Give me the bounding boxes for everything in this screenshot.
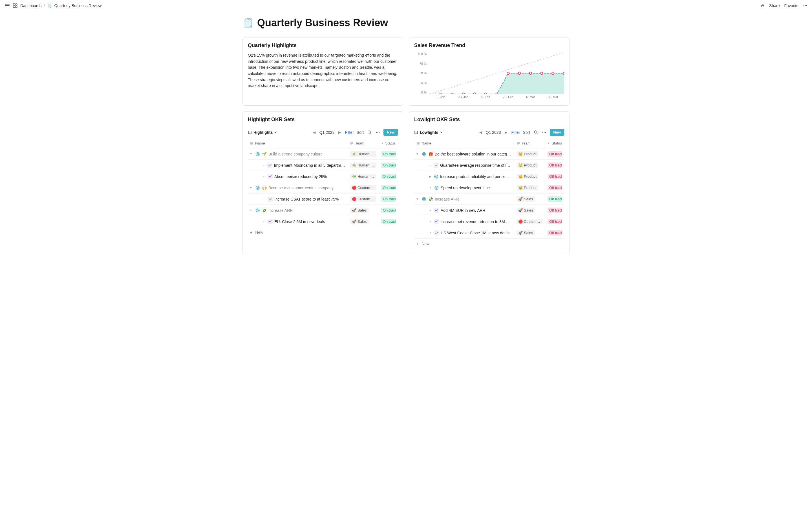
highlight-period[interactable]: Q1 2023	[319, 130, 335, 135]
toggle-icon[interactable]: ▼	[416, 152, 420, 155]
row-title: Add 4M EUR in new ARR	[441, 208, 485, 213]
team-badge: 👑Product	[517, 185, 538, 191]
table-row[interactable]: •Guarantee average response time of less…	[414, 160, 564, 171]
highlight-more-icon[interactable]	[375, 130, 381, 135]
team-emoji-icon: 👑	[518, 186, 523, 190]
table-row[interactable]: ▶Increase product reliability and perfor…	[414, 171, 564, 182]
lowlight-filter-btn[interactable]: Filter	[511, 130, 520, 135]
highlight-view-selector[interactable]: Highlights	[248, 130, 277, 135]
svg-point-45	[545, 132, 546, 133]
row-title: Implement Mooncamp in all 5 departments	[274, 163, 345, 168]
toggle-icon[interactable]: ▼	[416, 197, 420, 200]
row-title: Increase CSAT score to at least 75%	[274, 197, 338, 201]
team-emoji-icon: 🚀	[352, 220, 357, 224]
team-name: Sales	[524, 208, 533, 212]
svg-point-6	[805, 5, 806, 6]
lowlight-col-status[interactable]: Status	[545, 138, 564, 148]
svg-point-58	[422, 197, 426, 201]
chart-x-tick: 6. Mar	[519, 95, 542, 100]
highlight-new-btn[interactable]: New	[383, 129, 398, 136]
highlight-next-period[interactable]: ▶	[337, 131, 342, 134]
row-title: Increase ARR	[269, 208, 293, 213]
table-row[interactable]: ▼🌱Build a strong company culture✳️Human …	[248, 148, 398, 160]
team-name: Product	[524, 163, 537, 167]
toggle-icon[interactable]: ▶	[428, 175, 432, 178]
lowlight-add-row[interactable]: + New	[414, 239, 564, 249]
lowlight-col-team[interactable]: Team	[514, 138, 545, 148]
table-row[interactable]: ▼💸Increase ARR🚀SalesOn track	[248, 205, 398, 216]
team-emoji-icon: 🚀	[518, 231, 523, 235]
lowlight-prev-period[interactable]: ◀	[478, 131, 483, 134]
highlight-search-icon[interactable]	[366, 130, 372, 135]
objective-icon	[421, 152, 426, 156]
table-row[interactable]: •Speed up development time👑ProductOff tr…	[414, 182, 564, 194]
highlight-col-status[interactable]: Status	[379, 138, 398, 148]
svg-line-42	[537, 133, 537, 134]
lowlight-next-period[interactable]: ▶	[504, 131, 508, 134]
team-name: Sales	[524, 197, 533, 201]
breadcrumb-page[interactable]: Quarterly Business Review	[54, 3, 102, 8]
toggle-icon[interactable]: ▼	[249, 209, 253, 212]
hamburger-icon[interactable]	[4, 3, 10, 9]
team-emoji-icon: ✳️	[352, 152, 357, 156]
row-title: Build a strong company culture	[269, 152, 322, 156]
table-row[interactable]: ▼🎁Be the best software solution in our c…	[414, 148, 564, 160]
highlight-col-team[interactable]: Team	[348, 138, 379, 148]
team-emoji-icon: 👑	[518, 174, 523, 179]
table-row[interactable]: •Add 4M EUR in new ARR🚀SalesOff track	[414, 205, 564, 216]
status-badge: On track	[381, 196, 395, 202]
svg-point-12	[485, 93, 487, 94]
chart-y-tick: 25 %	[420, 81, 426, 85]
row-title: Absenteeism reduced by 25%	[274, 174, 327, 179]
bullet-icon: •	[262, 220, 266, 223]
lowlight-new-btn[interactable]: New	[550, 129, 564, 136]
table-row[interactable]: •Absenteeism reduced by 25%✳️Human ResOn…	[248, 171, 398, 182]
table-row[interactable]: •EU: Close 2.5M in new deals🚀SalesOn tra…	[248, 216, 398, 227]
table-row[interactable]: ▼💸Increase ARR🚀SalesOn track	[414, 194, 564, 205]
team-name: Product	[524, 174, 537, 179]
lowlight-view-selector[interactable]: Lowlights	[414, 130, 443, 135]
bullet-icon: •	[262, 175, 266, 178]
highlight-col-name[interactable]: Name	[248, 138, 348, 148]
table-row[interactable]: ▼🙌Become a customer-centric company🔴Cust…	[248, 182, 398, 194]
table-row[interactable]: •US West Coast: Close 1M in new deals🚀Sa…	[414, 227, 564, 239]
svg-point-57	[436, 187, 437, 189]
table-row[interactable]: •Increase net revenue retention to 3M EU…	[414, 216, 564, 227]
chart-y-tick: 0 %	[421, 91, 426, 94]
more-icon[interactable]	[803, 3, 808, 8]
lowlight-period[interactable]: Q1 2023	[486, 130, 501, 135]
row-emoji-icon: 🎁	[428, 152, 433, 156]
key-result-icon	[267, 174, 273, 179]
dashboards-grid-icon[interactable]	[12, 3, 18, 9]
lowlight-sort-btn[interactable]: Sort	[523, 130, 530, 135]
highlight-prev-period[interactable]: ◀	[312, 131, 317, 134]
objective-icon	[434, 185, 439, 191]
toggle-icon[interactable]: ▼	[249, 186, 253, 189]
team-badge: 🔴Customer S	[350, 196, 376, 202]
objective-icon	[255, 208, 260, 213]
team-badge: 👑Product	[517, 163, 538, 168]
lowlight-more-icon[interactable]	[541, 130, 547, 135]
status-badge: On track	[381, 151, 395, 156]
breadcrumb-page-icon: 🗒️	[47, 3, 52, 8]
highlight-filter-btn[interactable]: Filter	[345, 130, 353, 135]
row-title: EU: Close 2.5M in new deals	[274, 220, 325, 224]
team-badge: 👑Product	[517, 151, 538, 156]
breadcrumb-root[interactable]: Dashboards	[20, 3, 42, 8]
highlight-add-row[interactable]: + New	[248, 227, 398, 238]
chart-x-tick: 6. Feb	[475, 95, 497, 100]
svg-point-5	[803, 5, 804, 6]
favorite-button[interactable]: Favorite	[784, 3, 798, 8]
toggle-icon[interactable]: ▼	[249, 152, 253, 155]
svg-point-35	[256, 186, 259, 190]
chart-y-tick: 50 %	[420, 72, 426, 75]
table-row[interactable]: •Implement Mooncamp in all 5 departments…	[248, 160, 398, 171]
lowlight-search-icon[interactable]	[533, 130, 538, 135]
highlight-sort-btn[interactable]: Sort	[357, 130, 364, 135]
table-row[interactable]: •Increase CSAT score to at least 75%🔴Cus…	[248, 194, 398, 205]
team-emoji-icon: 🚀	[518, 197, 523, 201]
bullet-icon: •	[428, 231, 432, 234]
share-button[interactable]: Share	[769, 3, 780, 8]
svg-point-33	[256, 152, 259, 156]
lowlight-col-name[interactable]: Name	[414, 138, 514, 148]
